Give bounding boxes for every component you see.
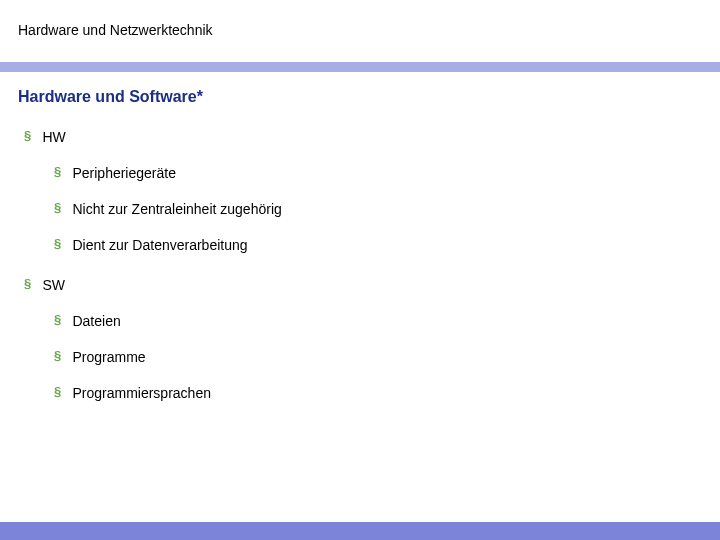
list-item: § Peripheriegeräte (54, 164, 702, 182)
item-label: SW (42, 277, 65, 293)
slide-header: Hardware und Netzwerktechnik (0, 0, 720, 38)
bullet-icon: § (24, 276, 38, 291)
sub-list: § Peripheriegeräte § Nicht zur Zentralei… (24, 164, 702, 254)
bullet-icon: § (54, 384, 68, 399)
bullet-icon: § (54, 236, 68, 251)
item-label: Nicht zur Zentraleinheit zugehörig (72, 201, 281, 217)
bullet-icon: § (54, 164, 68, 179)
item-label: Programmiersprachen (72, 385, 211, 401)
list-item: § Programme (54, 348, 702, 366)
item-label: Dateien (72, 313, 120, 329)
list-item: § Nicht zur Zentraleinheit zugehörig (54, 200, 702, 218)
slide-subtitle: Hardware und Software* (18, 88, 702, 106)
header-title: Hardware und Netzwerktechnik (18, 22, 702, 38)
list-item: § Dateien (54, 312, 702, 330)
item-label: Peripheriegeräte (72, 165, 176, 181)
bullet-icon: § (54, 348, 68, 363)
bullet-icon: § (54, 312, 68, 327)
slide-content: Hardware und Software* § HW § Peripherie… (0, 72, 720, 402)
list-item: § HW § Peripheriegeräte § Nicht zur Zent… (24, 128, 702, 254)
item-label: Dient zur Datenverarbeitung (72, 237, 247, 253)
bullet-icon: § (24, 128, 38, 143)
item-label: HW (42, 129, 65, 145)
footer-bar (0, 522, 720, 540)
list-item: § Programmiersprachen (54, 384, 702, 402)
top-list: § HW § Peripheriegeräte § Nicht zur Zent… (18, 128, 702, 402)
sub-list: § Dateien § Programme § Programmiersprac… (24, 312, 702, 402)
item-label: Programme (72, 349, 145, 365)
divider-bar (0, 62, 720, 72)
bullet-icon: § (54, 200, 68, 215)
list-item: § Dient zur Datenverarbeitung (54, 236, 702, 254)
list-item: § SW § Dateien § Programme § Programmier… (24, 276, 702, 402)
